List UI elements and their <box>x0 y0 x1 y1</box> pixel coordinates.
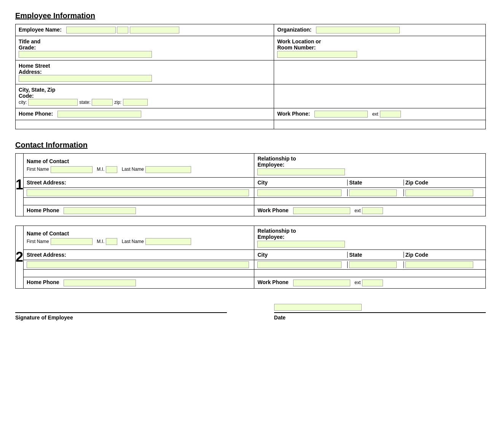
employee-last-name-input[interactable] <box>130 27 179 33</box>
organization-input[interactable] <box>316 27 400 33</box>
employee-info-section: Employee Information Employee Name: Orga… <box>15 11 486 129</box>
contact-2-empty-row-right <box>254 270 486 277</box>
contact-1-work-phone-input[interactable] <box>293 207 350 214</box>
contact-1-relationship-label: Relationship toEmployee: <box>257 156 482 168</box>
city-state-zip-label: City, State, ZipCode: <box>19 87 271 99</box>
contact-2-city-col-header: City <box>257 252 347 258</box>
contact-2-mi-input[interactable] <box>106 238 117 245</box>
contact-2-relationship-cell: Relationship toEmployee: <box>254 226 486 250</box>
home-phone-label-emp: Home Phone: <box>19 111 53 117</box>
work-phone-label-emp: Work Phone: <box>277 111 310 117</box>
date-label: Date <box>274 315 486 321</box>
contact-1-mi-label: M.I. <box>97 167 104 172</box>
date-block: Date <box>274 304 486 321</box>
contact-1-table: 1 Name of Contact First Name M.I. Last N… <box>15 153 486 216</box>
contact-2-city-input[interactable] <box>257 261 341 268</box>
contact-1-name-label: Name of Contact <box>27 158 251 164</box>
contact-1-ext-input[interactable] <box>362 207 383 214</box>
state-label-emp: state: <box>79 100 90 105</box>
employee-name-label: Employee Name: <box>19 27 62 33</box>
contact-2-lastname-input[interactable] <box>145 238 191 245</box>
contact-1-city-state-zip-input-cell <box>254 188 486 197</box>
contact-2-street-label: Street Address: <box>27 252 66 258</box>
contact-2-relationship-label: Relationship toEmployee: <box>257 228 482 240</box>
contact-2-relationship-input[interactable] <box>257 241 345 248</box>
state-input-emp[interactable] <box>92 99 113 106</box>
signature-line <box>15 312 227 313</box>
signature-section: Signature of Employee Date <box>15 304 486 321</box>
contact-2-state-col-header: State <box>348 252 404 258</box>
contact-1-empty-row-right <box>254 197 486 205</box>
contact-1-ext-label: ext <box>354 208 361 213</box>
city-input-emp[interactable] <box>28 99 78 106</box>
city-label-emp: city: <box>19 100 27 105</box>
ext-label-emp: ext <box>372 111 378 117</box>
contact-1-lastname-label: Last Name <box>122 167 144 172</box>
contact-1-zip-col-header: Zip Code <box>404 180 482 186</box>
contact-2-empty-row-left <box>24 270 254 277</box>
title-grade-input[interactable] <box>19 51 152 58</box>
employee-info-title: Employee Information <box>15 11 486 20</box>
contact-1-firstname-input[interactable] <box>51 166 93 173</box>
contact-2-work-phone-cell: Work Phone ext <box>254 277 486 288</box>
contact-1-name-cell: Name of Contact First Name M.I. Last Nam… <box>24 154 254 178</box>
contact-1-zip-input[interactable] <box>405 189 473 196</box>
contact-1-home-phone-input[interactable] <box>64 207 136 214</box>
contact-2-number: 2 <box>16 226 24 289</box>
contact-1-work-phone-cell: Work Phone ext <box>254 205 486 216</box>
contact-1-mi-input[interactable] <box>106 166 117 173</box>
contact-1-relationship-cell: Relationship toEmployee: <box>254 154 486 178</box>
contact-info-title: Contact Information <box>15 141 486 149</box>
contact-2-ext-input[interactable] <box>362 280 383 286</box>
contact-1-street-header: Street Address: <box>24 178 254 188</box>
home-street-input[interactable] <box>19 75 152 82</box>
contact-1-state-col-header: State <box>348 180 404 186</box>
contact-2-zip-input[interactable] <box>405 261 473 268</box>
title-grade-label: Title andGrade: <box>19 38 271 51</box>
contact-2-firstname-input[interactable] <box>51 238 93 245</box>
contact-1-street-input-cell <box>24 188 254 197</box>
contact-2-mi-label: M.I. <box>97 239 104 244</box>
contact-2-work-phone-label: Work Phone <box>257 279 288 285</box>
contact-2-city-input-td <box>257 261 347 268</box>
contact-1-number: 1 <box>16 154 24 216</box>
contact-1-phone-cell: Home Phone <box>24 205 254 216</box>
contact-2-home-phone-input[interactable] <box>64 280 136 286</box>
contact-2-table: 2 Name of Contact First Name M.I. Last N… <box>15 226 486 289</box>
contact-2-work-phone-input[interactable] <box>293 280 350 286</box>
work-location-label: Work Location orRoom Number: <box>277 38 482 51</box>
contact-1-city-input[interactable] <box>257 189 341 196</box>
work-location-input[interactable] <box>277 51 357 58</box>
home-phone-input-emp[interactable] <box>57 111 141 118</box>
contact-2-zip-col-header: Zip Code <box>404 252 482 258</box>
organization-label: Organization: <box>277 27 311 33</box>
employee-first-name-input[interactable] <box>66 27 116 33</box>
contact-1-empty-row-left <box>24 197 254 205</box>
contact-2-ext-label: ext <box>354 280 361 285</box>
signature-label: Signature of Employee <box>15 315 227 321</box>
ext-input-emp[interactable] <box>380 111 401 118</box>
contact-1-zip-input-td <box>404 189 482 196</box>
zip-label-emp: zip: <box>114 100 121 105</box>
contact-2-street-input[interactable] <box>27 261 249 268</box>
signature-block: Signature of Employee <box>15 312 227 321</box>
contact-2-lastname-label: Last Name <box>122 239 144 244</box>
contact-2-name-cell: Name of Contact First Name M.I. Last Nam… <box>24 226 254 250</box>
contact-1-state-input[interactable] <box>349 189 397 196</box>
zip-input-emp[interactable] <box>123 99 148 106</box>
contact-1-relationship-input[interactable] <box>257 168 345 175</box>
contact-2-firstname-label: First Name <box>27 239 49 244</box>
contact-2-home-phone-label: Home Phone <box>27 279 59 285</box>
home-street-label: Home StreetAddress: <box>19 63 271 75</box>
contact-2-phone-cell: Home Phone <box>24 277 254 288</box>
work-phone-input-emp[interactable] <box>314 111 368 118</box>
contact-2-state-input[interactable] <box>349 261 397 268</box>
contact-1-lastname-input[interactable] <box>145 166 191 173</box>
date-input[interactable] <box>274 304 362 311</box>
contact-1-street-input[interactable] <box>27 189 249 196</box>
employee-mi-input[interactable] <box>117 27 128 33</box>
date-line <box>274 312 486 313</box>
contact-2-zip-input-td <box>404 261 482 268</box>
contact-2-street-header: Street Address: <box>24 250 254 260</box>
contact-2-name-label: Name of Contact <box>27 230 251 237</box>
